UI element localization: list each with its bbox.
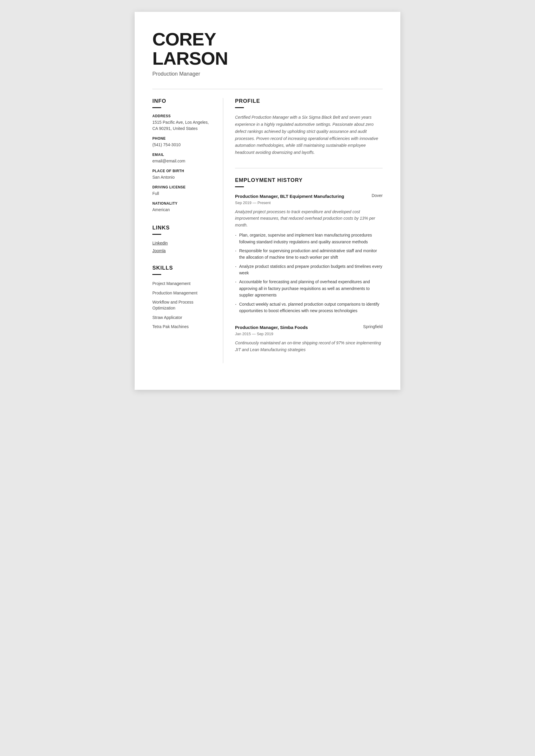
links-title: LINKS bbox=[152, 225, 211, 231]
link-linkedin[interactable]: Linkedin bbox=[152, 241, 211, 245]
profile-section: PROFILE Certified Production Manager wit… bbox=[235, 98, 383, 156]
links-underline bbox=[152, 234, 161, 235]
skill-item: Production Management bbox=[152, 290, 211, 296]
job-location-1: Dover bbox=[372, 193, 383, 198]
skill-item: Workflow and Process Optimization bbox=[152, 299, 211, 311]
job-entry-1: Production Manager, BLT Equipment Manufa… bbox=[235, 193, 383, 314]
job-summary-2: Continuously maintained an on-time shipp… bbox=[235, 340, 383, 353]
license-label: DRIVING LICENSE bbox=[152, 185, 211, 189]
job-entry-2: Production Manager, Simba Foods Springfi… bbox=[235, 324, 383, 353]
links-section: LINKS Linkedin Joomla bbox=[152, 225, 211, 253]
bullet-item: Accountable for forecasting and planning… bbox=[235, 278, 383, 298]
employment-underline bbox=[235, 186, 244, 187]
birth-label: PLACE OF BIRTH bbox=[152, 169, 211, 173]
job-location-2: Springfield bbox=[363, 324, 383, 329]
profile-title: PROFILE bbox=[235, 98, 383, 104]
resume-header: COREY LARSON Production Manager bbox=[152, 30, 383, 77]
birth-value: San Antonio bbox=[152, 174, 211, 181]
skills-underline bbox=[152, 274, 161, 275]
bullet-item: Conduct weekly actual vs. planned produc… bbox=[235, 301, 383, 314]
skill-item: Project Management bbox=[152, 281, 211, 287]
job-dates-1: Sep 2019 — Present bbox=[235, 201, 383, 205]
employment-title: EMPLOYMENT HISTORY bbox=[235, 177, 383, 183]
bullet-item: Responsible for supervising production a… bbox=[235, 247, 383, 261]
bullet-item: Plan, organize, supervise and implement … bbox=[235, 232, 383, 245]
header-job-title: Production Manager bbox=[152, 71, 383, 77]
job-bullets-1: Plan, organize, supervise and implement … bbox=[235, 232, 383, 314]
nationality-value: American bbox=[152, 207, 211, 213]
email-value: email@email.com bbox=[152, 158, 211, 164]
address-value: 1515 Pacific Ave, Los Angeles, CA 90291,… bbox=[152, 119, 211, 132]
main-columns: INFO ADDRESS 1515 Pacific Ave, Los Angel… bbox=[152, 98, 383, 363]
employment-section: EMPLOYMENT HISTORY Production Manager, B… bbox=[235, 177, 383, 353]
job-dates-2: Jan 2015 — Sep 2019 bbox=[235, 332, 383, 336]
info-section: INFO ADDRESS 1515 Pacific Ave, Los Angel… bbox=[152, 98, 211, 213]
skill-item: Tetra Pak Machines bbox=[152, 324, 211, 330]
left-column: INFO ADDRESS 1515 Pacific Ave, Los Angel… bbox=[152, 98, 223, 363]
phone-label: PHONE bbox=[152, 136, 211, 141]
skills-title: SKILLS bbox=[152, 265, 211, 271]
right-column: PROFILE Certified Production Manager wit… bbox=[223, 98, 383, 363]
header-divider bbox=[152, 89, 383, 89]
job-title-1: Production Manager, BLT Equipment Manufa… bbox=[235, 193, 366, 199]
phone-value: (541) 754-3010 bbox=[152, 142, 211, 148]
profile-divider bbox=[235, 168, 383, 168]
skill-item: Straw Applicator bbox=[152, 315, 211, 321]
info-underline bbox=[152, 107, 161, 108]
first-name: COREY bbox=[152, 29, 216, 49]
nationality-label: NATIONALITY bbox=[152, 201, 211, 206]
profile-underline bbox=[235, 107, 244, 108]
address-label: ADDRESS bbox=[152, 114, 211, 118]
bullet-item: Analyze product statistics and prepare p… bbox=[235, 263, 383, 276]
profile-text: Certified Production Manager with a Six … bbox=[235, 114, 383, 156]
job-header-2: Production Manager, Simba Foods Springfi… bbox=[235, 324, 383, 330]
full-name: COREY LARSON bbox=[152, 30, 383, 68]
link-joomla[interactable]: Joomla bbox=[152, 248, 211, 253]
email-label: EMAIL bbox=[152, 153, 211, 157]
resume-document: COREY LARSON Production Manager INFO ADD… bbox=[135, 12, 400, 390]
skills-section: SKILLS Project Management Production Man… bbox=[152, 265, 211, 330]
job-title-2: Production Manager, Simba Foods bbox=[235, 324, 357, 330]
last-name: LARSON bbox=[152, 48, 228, 69]
info-title: INFO bbox=[152, 98, 211, 104]
job-summary-1: Analyzed project processes to track expe… bbox=[235, 209, 383, 228]
license-value: Full bbox=[152, 190, 211, 197]
job-header-1: Production Manager, BLT Equipment Manufa… bbox=[235, 193, 383, 199]
